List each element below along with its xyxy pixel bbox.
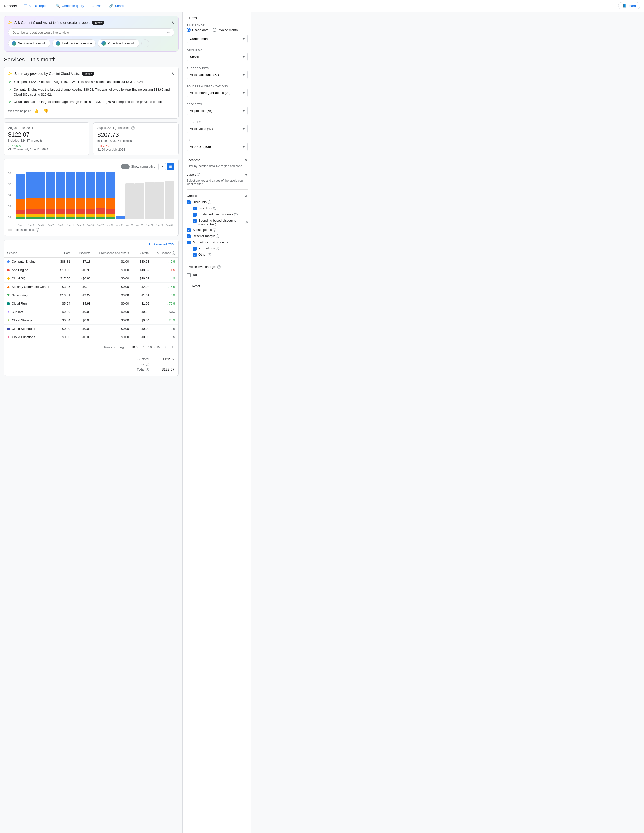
skus-select[interactable]: All SKUs (408) [187, 143, 248, 151]
next-page-button[interactable]: › [171, 344, 174, 350]
download-icon: ⬇ [148, 243, 151, 246]
forecast-bar [165, 181, 174, 219]
subtotal-cell: $80.63 [132, 257, 152, 266]
labels-help-icon[interactable]: ? [197, 173, 200, 177]
subaccounts-select[interactable]: All subaccounts (27) [187, 71, 248, 79]
change-cell: ↓ 6% [152, 283, 178, 291]
chip-last-invoice[interactable]: Last invoice by service [52, 39, 96, 47]
invoice-charges-label: Invoice level charges ? [187, 265, 221, 269]
promotions-others-item: Promotions and others ∧ [187, 239, 248, 246]
invoice-month-radio[interactable]: Invoice month [213, 28, 238, 32]
service-cell: Cloud Scheduler [4, 325, 56, 333]
learn-button[interactable]: 📘 Learn [618, 2, 640, 10]
see-all-reports-button[interactable]: ☰ See all reports [21, 2, 52, 10]
bar-chart-button[interactable]: ▦ [167, 163, 174, 170]
spending-based-checkbox[interactable] [193, 219, 196, 223]
services-select[interactable]: All services (47) [187, 125, 248, 133]
group-by-select[interactable]: Service [187, 53, 248, 61]
search-icon: 🔍 [56, 4, 60, 8]
gemini-search-input[interactable] [12, 31, 166, 34]
usage-date-radio-circle [187, 28, 191, 32]
free-tiers-checkbox[interactable] [193, 206, 196, 211]
gemini-title: ✨ Ask Gemini Cloud Assist to find or cre… [8, 21, 104, 25]
usage-date-radio[interactable]: Usage date [187, 28, 209, 32]
reseller-margin-help-icon[interactable]: ? [216, 234, 219, 238]
chip-services-month[interactable]: Services – this month [8, 39, 50, 47]
bar-segment-red [76, 209, 85, 214]
promotions-others-checkbox[interactable] [187, 241, 191, 244]
trend-icon-2: ↗ [8, 87, 11, 93]
discounts-checkbox[interactable] [187, 200, 191, 204]
bar-segment-yellow [86, 214, 95, 217]
sustained-use-help-icon[interactable]: ? [234, 213, 238, 216]
show-cumulative-toggle[interactable]: Show cumulative [121, 164, 155, 169]
generate-query-button[interactable]: 🔍 Generate query [53, 2, 87, 10]
chips-next-button[interactable]: › [141, 39, 149, 47]
other-help-icon[interactable]: ? [208, 253, 211, 256]
bar-segment-blue [16, 174, 26, 199]
bar-segment-red [66, 209, 75, 214]
spending-based-help-icon[interactable]: ? [245, 220, 248, 224]
bar-segment-green [36, 217, 45, 219]
helpful-row: Was this helpful? 👍 👎 [8, 108, 174, 114]
thumbs-up-button[interactable]: 👍 [33, 108, 40, 114]
current-month-select[interactable]: Current month [187, 35, 248, 43]
subscriptions-checkbox[interactable] [187, 228, 191, 232]
forecasted-change: ↑ 0.75% [97, 144, 174, 148]
locations-header[interactable]: Locations ∨ [187, 157, 248, 163]
cost-cell: $88.81 [56, 257, 73, 266]
reset-button[interactable]: Reset [187, 282, 205, 290]
subscriptions-help-icon[interactable]: ? [213, 228, 216, 232]
main-content: ✨ Ask Gemini Cloud Assist to find or cre… [0, 12, 182, 833]
skus-label: SKUs [187, 139, 248, 142]
change-cell: 0% [152, 333, 178, 341]
other-checkbox[interactable] [193, 253, 196, 257]
print-button[interactable]: 🖨 Print [88, 2, 106, 10]
chip-projects-month[interactable]: Projects – this month [98, 39, 139, 47]
thumbs-down-button[interactable]: 👎 [42, 108, 49, 114]
filters-toggle[interactable]: › [246, 16, 248, 20]
line-chart-button[interactable]: 〜 [158, 163, 166, 170]
sustained-use-checkbox[interactable] [193, 213, 196, 217]
projects-select[interactable]: All projects (55) [187, 107, 248, 115]
promotions-cell: $0.00 [93, 316, 132, 325]
share-button[interactable]: 🔗 Share [106, 2, 127, 10]
bar-segment-red [56, 209, 65, 214]
col-service: Service [4, 249, 56, 257]
invoice-charges-help-icon[interactable]: ? [217, 265, 221, 269]
rows-per-page-select[interactable]: 10 25 50 [130, 345, 139, 349]
services-label: Services [187, 121, 248, 124]
prev-page-button[interactable]: ‹ [164, 344, 167, 350]
promotions-checkbox[interactable] [193, 247, 196, 251]
discounts-cell: $0.00 [73, 316, 93, 325]
promotions-help-icon[interactable]: ? [216, 247, 219, 250]
folders-select[interactable]: All folders/organizations (28) [187, 89, 248, 97]
download-csv-button[interactable]: ⬇ Download CSV [148, 243, 174, 246]
summary-card-header: ✨ Summary provided by Gemini Cloud Assis… [8, 71, 174, 76]
chart-bar-group [36, 172, 45, 219]
discounts-help-icon[interactable]: ? [208, 200, 211, 204]
promotions-cell: $0.00 [93, 274, 132, 283]
collapse-gemini-button[interactable]: ∧ [171, 20, 174, 26]
invoice-charges-header: Invoice level charges ? [187, 264, 248, 270]
forecasted-legend-help[interactable]: ? [36, 228, 39, 232]
change-help-icon[interactable]: ? [172, 251, 175, 255]
services-section: Services All services (47) [187, 121, 248, 135]
bar-segment-orange [16, 199, 26, 210]
subtotal-cell: $0.00 [132, 333, 152, 341]
cost-cell: $0.59 [56, 308, 73, 316]
forecasted-change-sub: $1.54 over July 2024 [97, 148, 174, 151]
tax-help-icon[interactable]: ? [146, 362, 149, 366]
invoice-charges-section: Invoice level charges ? Tax [187, 264, 248, 278]
total-help-icon[interactable]: ? [146, 368, 149, 371]
bar-segment-green [46, 217, 55, 218]
gemini-header: ✨ Ask Gemini Cloud Assist to find or cre… [8, 20, 174, 26]
free-tiers-help-icon[interactable]: ? [213, 206, 216, 210]
col-promotions: Promotions and others [93, 249, 132, 257]
reseller-margin-checkbox[interactable] [187, 234, 191, 238]
labels-header[interactable]: Labels ? ∨ [187, 171, 248, 178]
tax-checkbox[interactable] [187, 273, 191, 277]
forecasted-help-icon[interactable]: ? [131, 126, 135, 130]
collapse-summary-button[interactable]: ∧ [171, 71, 174, 76]
subtotal-cell: $0.56 [132, 308, 152, 316]
